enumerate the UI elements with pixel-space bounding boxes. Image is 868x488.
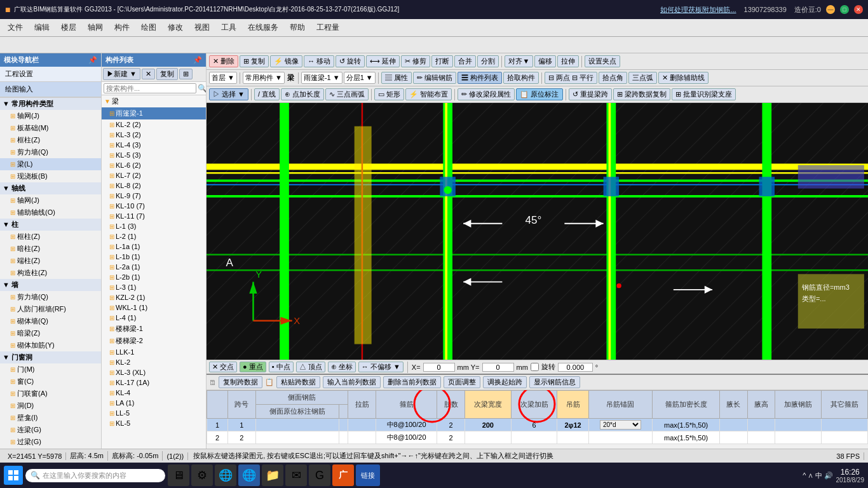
break-icon[interactable]: 打断 [431, 55, 453, 67]
point-len-btn[interactable]: ⊕ 点加长度 [281, 88, 324, 100]
del-current-col-btn[interactable]: 删除当前列数据 [383, 376, 441, 388]
grid-cell[interactable] [720, 431, 748, 444]
comp-list-btn[interactable]: ☰ 构件列表 [458, 72, 502, 84]
grid-cell[interactable] [588, 431, 653, 444]
mirror-icon[interactable]: ⚡ 镜像 [270, 55, 302, 67]
comp-search-input[interactable] [104, 83, 196, 93]
sidebar-tree-item[interactable]: ⊞ 砌体墙(Q) [0, 315, 101, 327]
table-row[interactable]: 22中8@100/202max(1.5*h,50) [207, 431, 868, 444]
grid-cell[interactable]: 2 [437, 431, 465, 444]
comp-list-item[interactable]: ⊞ KL-5 (3) [102, 150, 206, 160]
extend-icon[interactable]: ⟷ 延伸 [366, 55, 400, 67]
pick-angle-btn[interactable]: 拾点角 [599, 72, 627, 84]
x-input[interactable] [423, 363, 455, 372]
set-point-icon[interactable]: 设置夹点 [585, 55, 620, 67]
comp-list-item[interactable]: ⊞ L-1b (1) [102, 252, 206, 262]
two-point-btn[interactable]: ⊟ 两点 ⊟ 平行 [545, 72, 597, 84]
comp-list-item[interactable]: ⊞ KL-3 (2) [102, 130, 206, 140]
comp-list-item[interactable]: ⊞ 楼梯梁-1 [102, 323, 206, 335]
menu-item-构件[interactable]: 构件 [109, 20, 135, 35]
sidebar-tree-item[interactable]: ⊞ 砌体加筋(Y) [0, 339, 101, 351]
grid-cell[interactable]: 2φ12 [557, 419, 588, 431]
re-identify-btn[interactable]: ↺ 重提梁跨 [569, 88, 612, 100]
comp-list-item[interactable]: ⊞ KL-2 [102, 357, 206, 367]
comp-list-item[interactable]: ⊞ KL-5 [102, 418, 206, 428]
comp-list-item[interactable]: ⊞ L-4 (1) [102, 313, 206, 323]
sidebar-tree-item[interactable]: ⊞ 轴网(J) [0, 110, 101, 122]
comp-list-item[interactable]: ⊞ WKL-1 (1) [102, 302, 206, 313]
comp-list-item[interactable]: ⊞ LLK-1 [102, 347, 206, 357]
grid-cell[interactable] [339, 419, 348, 431]
menu-item-楼层[interactable]: 楼层 [56, 20, 81, 35]
sidebar-tree-item[interactable]: ▼ 门窗洞 [0, 351, 101, 363]
rect-btn[interactable]: ▭ 矩形 [374, 88, 404, 100]
grid-cell[interactable]: 中8@100/20 [376, 431, 437, 444]
rotate-icon[interactable]: ↺ 旋转 [336, 55, 365, 67]
grid-cell[interactable] [255, 419, 339, 431]
offset-icon[interactable]: 偏移 [534, 55, 556, 67]
taskbar-app-6[interactable]: ✉ [285, 464, 307, 486]
grid-cell[interactable]: 中8@100/20 [376, 419, 437, 431]
comp-list-item[interactable]: ⊞ KL-10 (7) [102, 201, 206, 211]
copy-icon[interactable]: ⊞ 复制 [240, 55, 269, 67]
page-adjust-btn[interactable]: 页面调整 [444, 376, 480, 388]
menu-item-修改[interactable]: 修改 [163, 20, 188, 35]
comp-list-item[interactable]: ⊞ KL-7 (2) [102, 170, 206, 180]
snap-top-btn[interactable]: △ 顶点 [296, 362, 325, 372]
comp-list-item[interactable]: ⊞ L-2 (1) [102, 231, 206, 241]
sidebar-tree-item[interactable]: ▼ 常用构件类型 [0, 98, 101, 110]
grid-cell[interactable]: 2 [207, 431, 228, 444]
property-btn[interactable]: ▤ 属性 [381, 72, 412, 84]
comp-list-item[interactable]: ⊞ KL-17 (1A) [102, 377, 206, 388]
help-link[interactable]: 如何处理茯板附加钢筋... [660, 5, 736, 15]
sidebar-tree-item[interactable]: ▼ 墙 [0, 279, 101, 291]
comp-list-item[interactable]: ⊞ KL-11 (7) [102, 211, 206, 221]
merge-icon[interactable]: 合并 [454, 55, 476, 67]
comp-list-item[interactable]: ⊞ KL-4 [102, 388, 206, 398]
three-point-btn[interactable]: ∿ 三点画弧 [325, 88, 369, 100]
comp-list-item[interactable]: ⊞ KL-9 (7) [102, 191, 206, 201]
search-bar[interactable]: 🔍 在这里输入你要搜索的内容 [25, 469, 165, 482]
sidebar-tree-item[interactable]: ⊞ 人防门框墙(RF) [0, 303, 101, 315]
grid-cell[interactable]: 2 [437, 419, 465, 431]
snap-center-btn[interactable]: ● 重点 [240, 362, 266, 372]
grid-cell[interactable] [822, 431, 868, 444]
sidebar-tree-item[interactable]: ⊞ 框柱(Z) [0, 231, 101, 243]
comp-list-item[interactable]: ⊞ L-1 (3) [102, 221, 206, 231]
anchor-select[interactable]: 20*d25*d [600, 420, 641, 430]
sidebar-tree-item[interactable]: ▼ 轴线 [0, 182, 101, 194]
no-offset-btn[interactable]: ↔ 不偏移 ▼ [358, 362, 403, 372]
rotate-input[interactable] [558, 363, 593, 372]
snap-coord-btn[interactable]: ⊕ 坐标 [328, 362, 356, 372]
taskbar-app-4[interactable]: 🌐 [238, 464, 260, 486]
sidebar-tree-item[interactable]: ⊞ 连梁(G) [0, 424, 101, 436]
select-btn[interactable]: ▷ 选择 ▼ [209, 88, 248, 100]
menu-item-工具[interactable]: 工具 [216, 20, 241, 35]
minimize-button[interactable]: — [826, 5, 835, 14]
taskbar-app-ggj[interactable]: 广 [332, 464, 354, 486]
pull-icon[interactable]: 拉伸 [557, 55, 579, 67]
menu-item-帮助[interactable]: 帮助 [285, 20, 310, 35]
menu-item-在线服务[interactable]: 在线服务 [243, 20, 283, 35]
menu-item-视图[interactable]: 视图 [189, 20, 215, 35]
grid-cell[interactable] [747, 419, 775, 431]
grid-cell[interactable]: 1 [228, 419, 256, 431]
taskbar-app-5[interactable]: 📁 [262, 464, 283, 486]
grid-cell[interactable]: max(1.5*h,50) [653, 419, 720, 431]
sidebar-tree-item[interactable]: ⊞ 暗梁(Z) [0, 327, 101, 339]
grid-cell[interactable] [348, 431, 376, 444]
grid-cell[interactable]: 2 [228, 431, 256, 444]
sidebar-tree-item[interactable]: ⊞ 辅助轴线(O) [0, 207, 101, 219]
cad-drawing-area[interactable]: 45° A Y X [207, 103, 868, 360]
copy-span-data-btn[interactable]: 复制跨数据 [219, 376, 262, 388]
start-button[interactable] [4, 466, 23, 485]
comp-list-item[interactable]: ⊞ KL-2 (2) [102, 119, 206, 130]
sidebar-tree-item[interactable]: ⊞ 暗柱(Z) [0, 243, 101, 255]
comp-list-item[interactable]: ▼ 梁 [102, 95, 206, 107]
align-icon[interactable]: 对齐▼ [505, 55, 533, 67]
sidebar-tree-item[interactable]: ⊞ 框柱(Z) [0, 134, 101, 146]
comp-list-item[interactable]: ⊞ KL-8 (2) [102, 180, 206, 191]
comp-list-item[interactable]: ⊞ XL-3 (XL) [102, 367, 206, 377]
sidebar-tree-item[interactable]: ⊞ 轴网(J) [0, 194, 101, 207]
three-arc-btn[interactable]: 三点弧 [628, 72, 657, 84]
